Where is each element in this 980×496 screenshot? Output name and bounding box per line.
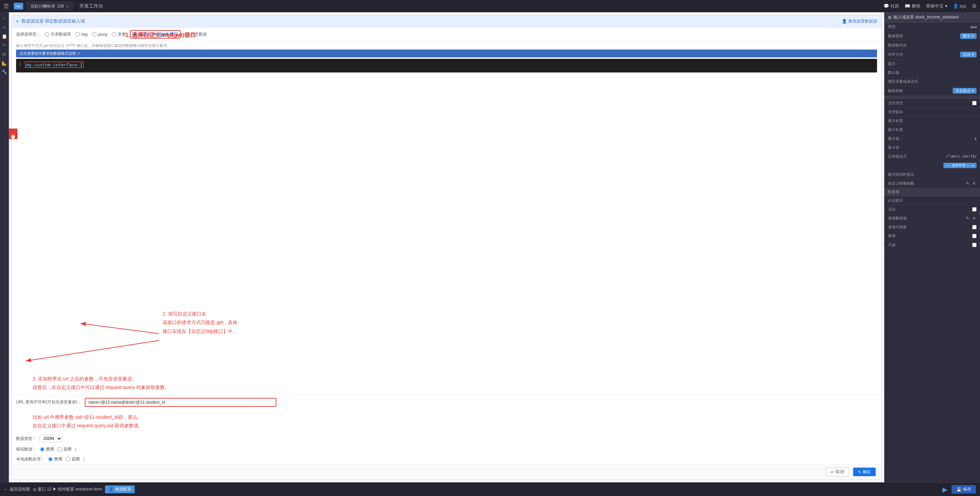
trigger-tag[interactable]: 失去焦点 ▾ [953, 88, 977, 93]
data-type-tag[interactable]: 数字 ▾ [960, 33, 977, 39]
local-disabled-radio[interactable]: 禁用 [48, 456, 62, 462]
right-panel-title: 输入域设置 stock_income_standard [894, 14, 958, 20]
tutorial-icon: 📖 [905, 3, 910, 8]
sidebar-icon-menu[interactable]: ≡ [0, 23, 8, 32]
type-row: 类型 text [885, 22, 980, 32]
url-params-section: URL 查询字符串(可包含@变量@)： [12, 395, 881, 412]
regex-chevron-icon: ▾ [972, 164, 974, 168]
help-link[interactable]: 👤 教我设置数据源 [842, 19, 877, 24]
trigger-validate-row: 触发校验 失去焦点 ▾ [885, 86, 980, 96]
custom-validate-row: 自定义校验函数 ✎ ✕ [885, 179, 980, 188]
format-err-row: 格式错误时提示 [885, 170, 980, 179]
custom-validate-buttons: ✎ ✕ [965, 181, 977, 186]
url-param-row: URL 查询字符串(可包含@变量@)： [16, 398, 877, 407]
confirm-button[interactable]: ✎ 确定 [853, 467, 876, 476]
align-tag[interactable]: 左边 ▾ [960, 52, 977, 57]
radio-custom-http[interactable]: 自定义 http(get) 接口 [130, 30, 181, 39]
annotation-4: 比如 url 中携带参数 sid=@11-student_id@，那么 在自定义… [12, 412, 881, 433]
code-editor: 1 my-custom-interface-1 [16, 59, 877, 73]
right-panel-header: ⊞ 输入域设置 stock_income_standard [885, 12, 980, 22]
red-vertical-tab[interactable]: 口袋中文定义！ [9, 128, 18, 139]
radio-static[interactable]: 静态数据 [185, 32, 207, 37]
delete-datasource-button[interactable]: ✕ [972, 216, 977, 221]
gear-icon[interactable]: ⚙ [972, 3, 977, 9]
help-icon: 👤 [842, 19, 847, 24]
save-button[interactable]: 💾 保存 [951, 485, 976, 494]
right-sidebar: ⊞ 输入域设置 stock_income_standard 类型 text 数据… [884, 12, 980, 482]
tab-label: 贷款计酬标准 [30, 3, 55, 9]
sidebar-expand-icon[interactable]: » [0, 14, 8, 22]
allow-empty-checkbox[interactable] [972, 101, 977, 105]
edit-validate-button[interactable]: ✎ [965, 181, 970, 186]
sidebar-icon-edit[interactable]: ✎ [0, 41, 8, 49]
logo-icon: logo [14, 3, 23, 10]
empty-hint-row: 为空提示 [885, 108, 980, 117]
teach-button[interactable]: 👤 教我配置 [105, 485, 135, 493]
line-number: 1 [19, 62, 22, 68]
back-icon: ← [4, 487, 8, 492]
user-button[interactable]: 👤 zyz [953, 3, 967, 8]
annotation-2: 2. 填写自定义接口名 该接口的请求方式只能是 get，具体 接口实现在【自定义… [162, 310, 881, 336]
local-func-row: 本地函数处理： 禁用 启用 ℹ [12, 454, 881, 464]
data-type-row: 数据类型： JSON [12, 433, 881, 444]
right-panel-icon: ⊞ [888, 15, 891, 20]
tab-close-icon[interactable]: ✕ [66, 5, 69, 8]
community-icon: 💬 [883, 3, 889, 8]
sidebar-icon-form[interactable]: 📋 [0, 32, 8, 40]
play-button[interactable]: ▶ [942, 485, 948, 494]
sidebar-icon-box[interactable]: ⊞ [0, 50, 8, 58]
hint-row: 提示 [885, 59, 980, 68]
cancel-button[interactable]: ↩ 取消 [826, 467, 849, 477]
left-sidebar: » ≡ 📋 ✎ ⊞ 📐 🔧 口袋中文定义！ [0, 12, 9, 482]
radio-relational-db[interactable]: 关系数据库 [45, 32, 71, 37]
regex-select-row: ---- 选择常用 ---- ▾ [885, 161, 980, 170]
radio-http[interactable]: http [75, 32, 88, 37]
mock-enabled-radio[interactable]: 启用 [57, 447, 72, 452]
mock-disabled-radio[interactable]: 禁用 [40, 447, 54, 452]
local-enabled-radio[interactable]: 启用 [66, 456, 80, 462]
section-divider-1 [885, 96, 980, 99]
allow-empty-row: 允许为空 [885, 99, 980, 108]
content-area: ≡ 数据源设置 绑定数据源至输入域 1. 选择自定义http(get)接口 👤 … [9, 12, 884, 482]
data-type-label: 数据类型： [16, 436, 37, 442]
language-button[interactable]: 简体中文 ▾ [926, 3, 948, 9]
user-icon: 👤 [953, 3, 958, 8]
grid-icon: ⊞ [33, 487, 36, 492]
edit-datasource-button[interactable]: ✎ [965, 216, 970, 221]
radio-group: 关系数据库 http jsonp 变量 自定义 http(get) 接口 [45, 30, 207, 39]
option-refresh-checkbox[interactable] [972, 225, 977, 229]
placeholder-hint-row: 占位提示 [885, 196, 980, 205]
svg-line-1 [80, 323, 159, 334]
mock-data-label: 模拟数据： [16, 447, 37, 452]
tab-item[interactable]: 贷款计酬标准 108 ✕ [26, 2, 73, 11]
main-layout: » ≡ 📋 ✎ ⊞ 📐 🔧 口袋中文定义！ ≡ 数据源设置 绑定数据源至输入域 … [0, 12, 980, 482]
max-val-row: 最大值 1 [885, 134, 980, 143]
chevron-icon: ▾ [972, 34, 974, 38]
topbar: ☰ logo 贷款计酬标准 108 ✕ 开发工作台 💬 社区 📖 教程 简体中文… [0, 0, 980, 12]
back-button[interactable]: ← 返回流程图 [4, 486, 30, 492]
url-param-input[interactable] [85, 398, 276, 407]
save-icon: 💾 [956, 487, 961, 492]
delete-validate-button[interactable]: ✕ [972, 181, 977, 186]
sidebar-icon-layout[interactable]: 📐 [0, 59, 8, 67]
teach-icon: 👤 [108, 487, 114, 492]
sidebar-icon-tool[interactable]: 🔧 [0, 68, 8, 76]
hamburger-icon[interactable]: ☰ [3, 2, 9, 10]
readonly-checkbox[interactable] [972, 243, 977, 247]
radio-variable[interactable]: 变量 [112, 32, 126, 37]
tutorial-button[interactable]: 📖 教程 [905, 3, 921, 9]
code-toggle[interactable]: 点击查看组件要求的数据格式说明 ∨ [16, 49, 877, 57]
radio-jsonp[interactable]: jsonp [92, 32, 108, 37]
data-type-select[interactable]: JSON [39, 435, 62, 442]
community-button[interactable]: 💬 社区 [883, 3, 899, 9]
no-border-checkbox[interactable] [972, 207, 977, 212]
local-info-icon: ℹ [83, 457, 85, 462]
annotation-3-block: 3. 添加附带在 url 之后的参数，可包含@变量@。 设置后，在自定义接口中可… [12, 375, 881, 395]
config-section-divider: 配置项 [885, 188, 980, 196]
panel-actions: ↩ 取消 ✎ 确定 [12, 464, 881, 479]
regex-select-tag[interactable]: ---- 选择常用 ---- ▾ [943, 163, 977, 168]
panel-header: ≡ 数据源设置 绑定数据源至输入域 1. 选择自定义http(get)接口 👤 … [12, 15, 881, 27]
disabled-checkbox[interactable] [972, 234, 977, 238]
bottom-right: ▶ 💾 保存 [942, 485, 976, 494]
align-chevron-icon: ▾ [972, 52, 974, 57]
